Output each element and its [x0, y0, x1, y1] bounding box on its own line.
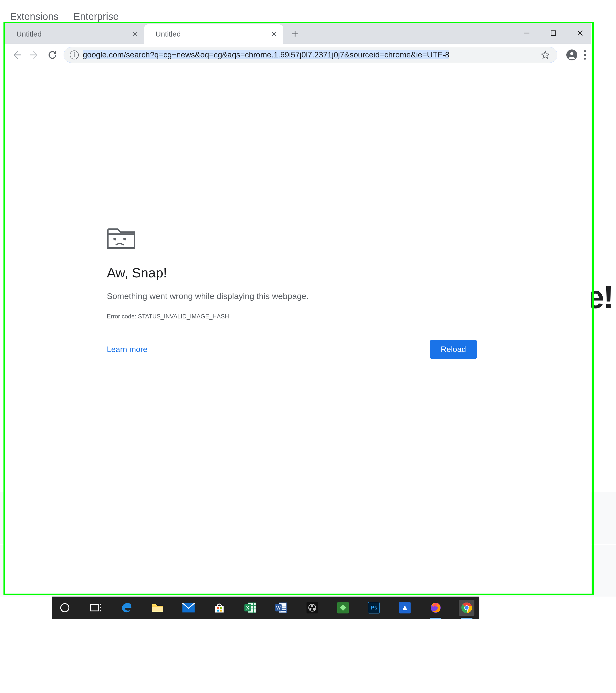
tab-1-title: Untitled — [16, 30, 42, 38]
taskbar-excel-icon[interactable]: X — [243, 600, 258, 616]
tab-2-title: Untitled — [156, 30, 181, 38]
svg-rect-10 — [152, 607, 163, 612]
error-message: Something went wrong while displaying th… — [107, 291, 477, 301]
window-minimize-button[interactable] — [521, 27, 533, 39]
taskbar-cortana-icon[interactable] — [57, 600, 73, 616]
tab-1[interactable]: Untitled — [5, 24, 144, 44]
nav-back-button[interactable] — [10, 48, 23, 62]
svg-point-3 — [584, 54, 586, 56]
profile-avatar-icon[interactable] — [566, 50, 577, 60]
address-url: google.com/search?q=cg+news&oq=cg&aqs=ch… — [83, 50, 537, 59]
taskbar-store-icon[interactable] — [212, 600, 227, 616]
svg-point-4 — [584, 58, 586, 60]
bookmark-star-icon[interactable] — [541, 51, 550, 59]
taskbar-file-explorer-icon[interactable] — [150, 600, 165, 616]
svg-rect-14 — [217, 610, 219, 612]
svg-rect-7 — [100, 604, 101, 605]
new-tab-button[interactable] — [288, 26, 303, 41]
taskbar-task-view-icon[interactable] — [88, 600, 103, 616]
svg-point-25 — [313, 608, 315, 610]
svg-rect-12 — [217, 607, 219, 609]
sad-folder-icon — [107, 225, 137, 250]
taskbar-obs-icon[interactable] — [304, 600, 320, 616]
svg-point-1 — [570, 52, 574, 55]
svg-text:W: W — [276, 605, 281, 611]
taskbar-chrome-active-indicator — [461, 618, 472, 619]
svg-rect-0 — [551, 31, 556, 36]
tab-1-close-icon[interactable] — [131, 30, 139, 38]
svg-rect-8 — [100, 607, 101, 608]
page-content: Aw, Snap! Something went wrong while dis… — [5, 66, 591, 594]
taskbar-word-icon[interactable]: W — [273, 600, 289, 616]
taskbar-photoshop-icon[interactable]: Ps — [366, 600, 382, 616]
bg-nav-extensions[interactable]: Extensions — [10, 11, 59, 22]
error-title: Aw, Snap! — [107, 265, 477, 280]
taskbar-app-blue-icon[interactable] — [397, 600, 413, 616]
svg-point-23 — [311, 605, 313, 607]
chrome-window: Untitled Untitled — [5, 22, 591, 594]
taskbar-firefox-icon[interactable] — [428, 600, 444, 616]
svg-rect-13 — [220, 607, 222, 609]
svg-rect-6 — [90, 605, 98, 611]
svg-text:X: X — [246, 605, 249, 611]
taskbar-firefox-active-indicator — [430, 618, 442, 619]
taskbar-edge-icon[interactable] — [119, 600, 135, 616]
svg-point-2 — [584, 50, 586, 52]
svg-rect-15 — [220, 610, 222, 612]
error-page: Aw, Snap! Something went wrong while dis… — [107, 225, 477, 359]
svg-rect-9 — [100, 610, 101, 612]
tab-2[interactable]: Untitled — [144, 24, 283, 44]
window-maximize-button[interactable] — [548, 27, 559, 39]
tab-2-close-icon[interactable] — [270, 30, 278, 38]
taskbar-chrome-icon[interactable] — [459, 600, 474, 616]
bg-nav-enterprise[interactable]: Enterprise — [74, 11, 119, 22]
nav-reload-button[interactable] — [46, 48, 59, 62]
tab-bar: Untitled Untitled — [5, 22, 591, 44]
svg-point-24 — [309, 608, 311, 610]
nav-forward-button[interactable] — [28, 48, 41, 62]
taskbar-app-green-icon[interactable] — [335, 600, 351, 616]
nav-bar: i google.com/search?q=cg+news&oq=cg&aqs=… — [5, 44, 591, 66]
site-info-icon[interactable]: i — [70, 51, 79, 59]
taskbar-mail-icon[interactable] — [181, 600, 196, 616]
error-code: Error code: STATUS_INVALID_IMAGE_HASH — [107, 313, 477, 320]
svg-point-5 — [61, 604, 69, 612]
reload-button[interactable]: Reload — [430, 340, 477, 359]
windows-taskbar: X W Ps — [0, 597, 616, 619]
address-bar[interactable]: i google.com/search?q=cg+news&oq=cg&aqs=… — [64, 47, 557, 63]
chrome-menu-icon[interactable] — [584, 50, 586, 60]
learn-more-link[interactable]: Learn more — [107, 345, 147, 354]
window-close-button[interactable] — [574, 27, 586, 39]
